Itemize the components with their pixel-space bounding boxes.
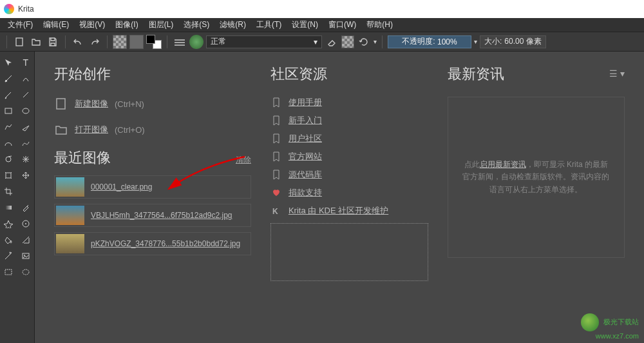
recent-item[interactable]: pKZhVOGZ_3478776...55b1b2b0bdd72.jpg <box>54 232 251 255</box>
open-image-shortcut: (Ctrl+O) <box>115 125 145 135</box>
svg-rect-12 <box>5 270 12 275</box>
dynamic-brush-tool[interactable] <box>0 151 17 167</box>
brush-tool[interactable] <box>0 86 17 103</box>
community-column: 社区资源 使用手册 新手入门 用户社区 官方网站 源代码库 捐款支持 KKrit… <box>270 64 428 330</box>
news-text-before: 点此 <box>464 160 480 169</box>
blend-mode-select[interactable]: 正常 ▾ <box>206 35 322 48</box>
menu-bar: 文件(F) 编辑(E) 视图(V) 图像(I) 图层(L) 选择(S) 滤镜(R… <box>0 18 644 32</box>
polygon-tool[interactable] <box>0 119 17 135</box>
alpha-swatch[interactable] <box>341 35 354 48</box>
menu-filter[interactable]: 滤镜(R) <box>214 19 251 30</box>
link-manual[interactable]: 使用手册 <box>270 97 428 108</box>
new-image-action[interactable]: 新建图像 (Ctrl+N) <box>54 97 251 111</box>
fg-color <box>146 35 155 44</box>
community-title: 社区资源 <box>270 64 428 84</box>
menu-file[interactable]: 文件(F) <box>3 19 38 30</box>
separator <box>6 35 7 48</box>
open-image-label: 打开图像 <box>75 124 108 135</box>
polyline-tool[interactable] <box>17 119 35 135</box>
menu-layer[interactable]: 图层(L) <box>144 19 179 30</box>
open-file-icon[interactable] <box>29 35 43 49</box>
recent-filename: VBJLH5mh_3477564...6f75b12ad9c2.jpg <box>91 211 232 220</box>
enable-news-link[interactable]: 启用最新资讯 <box>480 160 526 169</box>
new-file-icon[interactable] <box>12 35 26 49</box>
fill-tool[interactable] <box>0 231 17 248</box>
rect-select-tool[interactable] <box>0 264 17 280</box>
opacity-slider[interactable]: 不透明度: 100% <box>388 35 471 48</box>
brush-size-input[interactable]: 大小: 60.00 像素 <box>480 35 546 48</box>
menu-select[interactable]: 选择(S) <box>178 19 214 30</box>
measure-tool[interactable] <box>0 248 17 264</box>
menu-window[interactable]: 窗口(W) <box>323 19 361 30</box>
link-kde[interactable]: KKrita 由 KDE 社区开发维护 <box>270 205 428 217</box>
recent-clear-link[interactable]: 清除 <box>236 155 251 166</box>
separator <box>167 35 167 48</box>
pattern-swatch-2[interactable] <box>129 35 144 49</box>
reload-icon[interactable] <box>357 35 371 49</box>
window-titlebar: Krita <box>0 0 644 18</box>
color-picker-tool[interactable] <box>17 199 35 215</box>
rect-tool[interactable] <box>0 103 17 119</box>
open-image-icon <box>54 122 68 137</box>
news-menu-icon[interactable]: ☰ ▾ <box>609 68 625 79</box>
smart-patch-tool[interactable] <box>17 215 35 231</box>
menu-image[interactable]: 图像(I) <box>110 19 143 30</box>
svg-point-13 <box>23 270 29 275</box>
link-donate[interactable]: 捐款支持 <box>270 187 428 199</box>
link-source[interactable]: 源代码库 <box>270 169 428 181</box>
menu-settings[interactable]: 设置(N) <box>287 19 323 30</box>
eraser-icon[interactable] <box>325 35 339 49</box>
svg-line-5 <box>8 156 12 157</box>
recent-title: 最近图像 <box>54 148 111 168</box>
ellipse-tool[interactable] <box>17 103 35 119</box>
news-column: 最新资讯 ☰ ▾ 点此启用最新资讯，即可显示 Krita 的最新官方新闻，自动检… <box>448 64 625 330</box>
drop-zone[interactable] <box>270 223 428 281</box>
crop-tool[interactable] <box>0 183 17 199</box>
menu-help[interactable]: 帮助(H) <box>361 19 398 30</box>
chevron-down-icon[interactable]: ▾ <box>374 38 377 45</box>
svg-text:K: K <box>272 207 278 215</box>
text-tool[interactable]: T <box>17 54 35 70</box>
recent-item[interactable]: VBJLH5mh_3477564...6f75b12ad9c2.jpg <box>54 204 251 227</box>
menu-tools[interactable]: 工具(T) <box>251 19 287 30</box>
gradient-tool[interactable] <box>0 199 17 215</box>
news-box: 点此启用最新资讯，即可显示 Krita 的最新官方新闻，自动检查新版软件。资讯内… <box>448 97 625 258</box>
bookmark-icon <box>270 97 282 108</box>
toolbox: T <box>0 52 35 343</box>
transform-tool[interactable] <box>0 167 17 183</box>
separator <box>382 35 383 48</box>
assistant-tool[interactable] <box>17 231 35 248</box>
start-title: 开始创作 <box>54 64 251 84</box>
bookmark-icon <box>270 133 282 144</box>
brushes-icon[interactable] <box>173 35 187 49</box>
link-website[interactable]: 官方网站 <box>270 151 428 162</box>
calligraphy-tool[interactable] <box>17 70 35 86</box>
menu-edit[interactable]: 编辑(E) <box>38 19 74 30</box>
save-file-icon[interactable] <box>46 35 60 49</box>
redo-icon[interactable] <box>88 35 102 49</box>
brush-preset-icon[interactable] <box>189 35 204 49</box>
recent-item[interactable]: 000001_clear.png <box>54 175 251 199</box>
colorize-tool[interactable] <box>0 215 17 231</box>
undo-icon[interactable] <box>71 35 85 49</box>
line-tool[interactable] <box>17 86 35 103</box>
link-getting-started[interactable]: 新手入门 <box>270 115 428 126</box>
reference-tool[interactable] <box>17 248 35 264</box>
opacity-value: 100% <box>437 37 457 46</box>
move-layer-tool[interactable] <box>17 167 35 183</box>
chevron-down-icon[interactable]: ▾ <box>474 38 477 45</box>
move-tool[interactable] <box>0 54 17 70</box>
freehand-path-tool[interactable] <box>17 135 35 151</box>
link-community[interactable]: 用户社区 <box>270 133 428 144</box>
svg-point-4 <box>6 157 11 162</box>
pattern-swatch-1[interactable] <box>113 35 127 49</box>
blank-tool-1 <box>17 183 35 199</box>
color-swatch[interactable] <box>146 35 162 49</box>
opacity-label: 不透明度: <box>402 36 435 47</box>
edit-shape-tool[interactable] <box>0 70 17 86</box>
bezier-tool[interactable] <box>0 135 17 151</box>
menu-view[interactable]: 视图(V) <box>74 19 110 30</box>
open-image-action[interactable]: 打开图像 (Ctrl+O) <box>54 122 251 137</box>
multibrush-tool[interactable] <box>17 151 35 167</box>
ellipse-select-tool[interactable] <box>17 264 35 280</box>
